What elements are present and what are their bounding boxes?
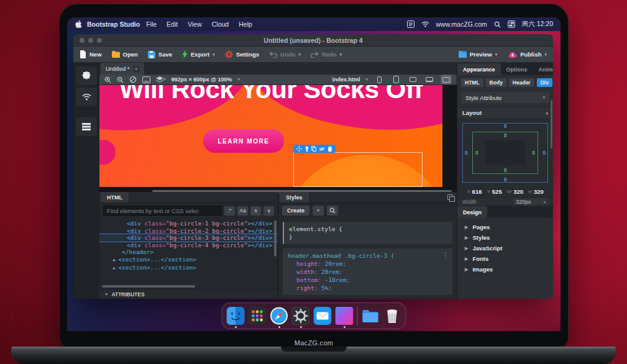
viewport-frame-icon[interactable] [142,76,150,83]
tab-design[interactable]: Design [457,206,487,218]
outline-toggle-icon[interactable] [129,76,137,83]
css-rule-block[interactable]: header.masthead .bg-circle-3 { ⋮ height:… [283,248,452,295]
hero-headline[interactable]: Will Rock Your Socks Off [99,85,442,104]
dock-media-app-icon[interactable] [336,307,354,325]
open-button[interactable]: Open [112,51,138,58]
padding-right-value[interactable]: 0 [532,150,535,156]
preview-button[interactable]: Preview ▾ [459,51,497,58]
device-small-screen-button[interactable] [407,75,418,84]
create-style-button[interactable]: Create [282,206,309,216]
html-tree-row[interactable]: ▶<section>...</section> [99,264,278,273]
device-tablet-button[interactable] [390,75,401,84]
margin-right-value[interactable]: 0 [542,150,546,156]
html-tree-row[interactable]: <div class="bg-circle-2 bg-circle"></div… [99,227,278,235]
zoom-in-icon[interactable] [104,76,111,83]
path-html-button[interactable]: HTML [461,78,483,87]
inspector-scrollbar[interactable] [551,100,552,148]
publish-button[interactable]: Publish ▾ [508,51,547,58]
margin-left-value[interactable]: 0 [465,150,468,156]
search-icon[interactable] [494,21,501,28]
html-tree-row[interactable]: <div class="bg-circle-4 bg-circle"></div… [99,242,278,249]
css-property[interactable]: bottom: -10rem; [288,276,447,284]
duplicate-icon[interactable] [311,146,316,152]
css-property[interactable]: right: 5%; [288,284,447,292]
select-parent-icon[interactable] [304,146,309,152]
css-property[interactable]: height: 20rem; [288,260,447,268]
element-search-input[interactable] [103,206,222,216]
menu-help[interactable]: Help [239,20,252,28]
device-phone-button[interactable] [373,75,385,84]
design-canvas[interactable]: Will Rock Your Socks Off LEARN MORE [99,85,442,187]
rule-menu-icon[interactable]: ⋮ [442,251,449,259]
viewport-size-label[interactable]: 992px × 600px @ 100% [172,76,232,83]
selection-outline[interactable] [293,152,423,187]
html-tree-row[interactable]: </header> [99,248,278,256]
tree-vertical-scrollbar[interactable] [274,221,277,257]
dock-safari-icon[interactable] [270,307,288,325]
menu-view[interactable]: View [188,20,202,28]
dock-launchpad-icon[interactable] [249,307,267,325]
move-icon[interactable] [296,146,302,152]
search-prev-button[interactable]: ∧ [250,206,261,216]
tab-close-icon[interactable]: × [134,66,139,72]
menu-edit[interactable]: Edit [167,20,178,28]
padding-left-value[interactable]: 0 [475,150,478,156]
inline-style-block[interactable]: element.style { } [283,222,452,244]
style-search-button[interactable] [327,206,338,216]
menubar-app-name[interactable]: Bootstrap Studio [87,20,140,28]
design-item-javascript[interactable]: ▶JavaScript [457,243,553,253]
learn-more-button[interactable]: LEARN MORE [203,129,284,153]
attributes-section-header[interactable]: ▼ ATTRIBUTES [99,289,278,299]
viewport-caret-icon[interactable]: ▾ [238,77,240,82]
active-file-label[interactable]: index.html [332,76,360,83]
tree-horizontal-scrollbar[interactable] [102,285,195,288]
html-panel-tab[interactable]: HTML [101,192,129,202]
new-button[interactable]: New [80,50,102,58]
file-caret-icon[interactable]: ▾ [365,77,368,82]
css-property[interactable]: width: 20rem; [288,268,447,276]
style-attribute-select[interactable]: Style Attribute ▾ [461,92,549,103]
wifi-icon[interactable] [421,21,429,27]
menu-file[interactable]: File [146,20,157,28]
device-desktop-button[interactable] [441,75,452,84]
dock-trash-icon[interactable] [383,307,401,325]
dock-finder-icon[interactable] [227,307,245,325]
menu-cloud[interactable]: Cloud [212,20,229,28]
width-input[interactable]: 320px ▴ [513,198,548,206]
margin-bottom-value[interactable]: 0 [504,176,507,183]
html-tree-row[interactable]: <div class="bg-circle-1 bg-circle"></div… [99,220,278,227]
document-tab[interactable]: Untitled * × [101,63,144,75]
settings-button[interactable]: Settings [225,50,259,58]
design-item-styles[interactable]: ▶Styles [457,232,553,243]
tab-appearance[interactable]: Appearance [457,63,501,75]
padding-top-value[interactable]: 0 [504,132,507,139]
styles-panel-tab[interactable]: Styles [280,192,309,202]
control-center-icon[interactable] [508,20,515,28]
dock-settings-icon[interactable] [292,307,310,325]
margin-top-value[interactable]: 0 [504,123,507,129]
html-tree-row[interactable]: ▶<section>...</section> [99,256,278,265]
online-panel-button[interactable] [76,88,97,106]
device-laptop-button[interactable] [424,75,435,84]
padding-bottom-value[interactable]: 0 [504,167,507,173]
design-item-fonts[interactable]: ▶Fonts [457,253,553,264]
popout-icon[interactable] [447,194,453,200]
html-tree-row-selected[interactable]: <div class="bg-circle-3 bg-circle"></div… [99,234,278,242]
path-body-button[interactable]: Body [486,78,506,87]
grid-panel-button[interactable] [76,117,97,136]
design-item-images[interactable]: ▶Images [457,264,553,275]
case-search-button[interactable]: Aa [237,206,248,216]
hide-icon[interactable] [319,147,325,152]
search-next-button[interactable]: ∨ [263,206,274,216]
delete-icon[interactable] [327,146,332,152]
export-button[interactable]: Export ▾ [182,50,215,58]
apple-logo-icon[interactable] [75,20,82,29]
regex-search-button[interactable]: .* [224,206,235,216]
layers-icon[interactable]: ▾ [156,76,166,83]
menubar-url[interactable]: www.macZG.com [436,20,487,28]
dock-folder-icon[interactable] [362,307,380,325]
components-panel-button[interactable] [76,66,97,85]
undo-button[interactable]: Undo ▾ [269,51,301,58]
path-div-button[interactable]: Div [537,78,552,87]
dock-mail-icon[interactable] [314,307,332,325]
